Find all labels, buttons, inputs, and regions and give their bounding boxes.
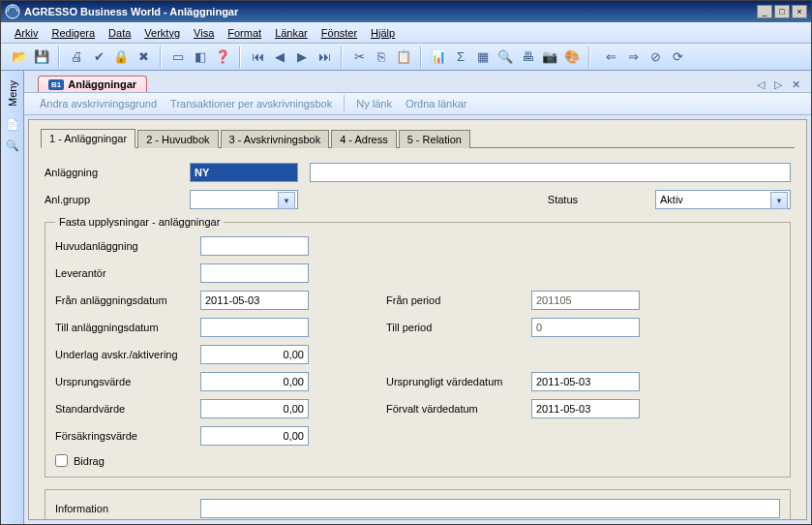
leverantor-input[interactable] xyxy=(200,263,309,283)
fran-anlaggningsdatum-input[interactable] xyxy=(200,291,309,310)
back-icon[interactable]: ⇐ xyxy=(600,46,621,68)
grid-icon[interactable]: ▦ xyxy=(472,46,494,68)
till-period-input xyxy=(531,318,640,337)
last-icon[interactable]: ⏭ xyxy=(314,46,335,68)
lock-icon[interactable]: 🔒 xyxy=(110,46,132,68)
save-icon[interactable]: 💾 xyxy=(31,46,52,68)
bidrag-label: Bidrag xyxy=(74,455,105,467)
leverantor-label: Leverantör xyxy=(55,267,200,279)
menu-redigera[interactable]: Redigera xyxy=(45,25,101,41)
information-input[interactable] xyxy=(200,499,780,518)
tree-icon[interactable]: ◧ xyxy=(190,46,211,68)
link-transaktioner-per-avskrivningsbok[interactable]: Transaktioner per avskrivningsbok xyxy=(165,96,338,111)
status-select[interactable]: Aktiv xyxy=(655,190,791,209)
bidrag-checkbox[interactable] xyxy=(55,454,68,467)
huvudanlaggning-input[interactable] xyxy=(200,236,309,256)
form-tab-2[interactable]: 2 - Huvudbok xyxy=(137,130,218,148)
information-fieldset: Information xyxy=(45,489,791,520)
ursprungligt-vardedatum-label: Ursprungligt värdedatum xyxy=(386,376,531,387)
ursprungsvarde-label: Ursprungsvärde xyxy=(55,376,200,387)
paste-icon[interactable]: 📋 xyxy=(393,46,414,68)
ursprungligt-vardedatum-input[interactable] xyxy=(531,372,640,391)
menu-lankar[interactable]: Länkar xyxy=(269,25,314,41)
tab-close-icon[interactable]: ✕ xyxy=(788,77,803,92)
menu-data[interactable]: Data xyxy=(103,25,136,41)
menu-hjalp[interactable]: Hjälp xyxy=(365,25,401,41)
form-tab-4[interactable]: 4 - Adress xyxy=(331,130,397,148)
help-icon[interactable]: ❓ xyxy=(212,46,233,68)
link-ordna-lankar[interactable]: Ordna länkar xyxy=(400,96,473,111)
search-icon[interactable]: 🔍 xyxy=(4,138,21,155)
chart-icon[interactable]: 📊 xyxy=(428,46,449,68)
forsakringsvarde-input[interactable] xyxy=(200,426,309,446)
fran-period-label: Från period xyxy=(386,294,531,306)
doc-tab-label: Anläggningar xyxy=(68,78,136,90)
cut-icon[interactable]: ✂ xyxy=(348,46,370,68)
tab-next-icon[interactable]: ▷ xyxy=(770,77,786,92)
forward-icon[interactable]: ⇒ xyxy=(622,46,644,68)
underlag-input[interactable] xyxy=(200,345,309,364)
confirm-icon[interactable]: ✔ xyxy=(88,46,109,68)
forvalt-vardedatum-input[interactable] xyxy=(531,399,640,418)
standardvarde-label: Standardvärde xyxy=(55,403,200,415)
action-link-bar: Ändra avskrivningsgrund Transaktioner pe… xyxy=(24,92,811,115)
status-label: Status xyxy=(548,194,578,205)
underlag-label: Underlag avskr./aktivering xyxy=(55,349,200,360)
zoom-icon[interactable]: 🔍 xyxy=(495,46,516,68)
form-tab-3[interactable]: 3 - Avskrivningsbok xyxy=(221,130,330,148)
fran-period-input xyxy=(531,291,640,310)
link-andra-avskrivningsgrund[interactable]: Ändra avskrivningsgrund xyxy=(34,96,163,111)
form-tab-1[interactable]: 1 - Anläggningar xyxy=(41,129,135,148)
close-button[interactable]: × xyxy=(792,5,807,18)
delete-icon[interactable]: ✖ xyxy=(133,46,154,68)
huvudanlaggning-label: Huvudanläggning xyxy=(55,240,200,252)
maximize-button[interactable]: □ xyxy=(774,5,790,18)
link-ny-lank[interactable]: Ny länk xyxy=(350,96,398,111)
stop-icon[interactable]: ⊘ xyxy=(645,46,666,68)
form-tab-5[interactable]: 5 - Relation xyxy=(399,130,470,148)
fasta-upplysningar-fieldset: Fasta upplysningar - anläggningar Huvuda… xyxy=(45,216,791,478)
first-icon[interactable]: ⏮ xyxy=(247,46,268,68)
menu-verktyg[interactable]: Verktyg xyxy=(138,25,186,41)
menu-visa[interactable]: Visa xyxy=(188,25,220,41)
print2-icon[interactable]: 🖶 xyxy=(517,46,538,68)
title-bar: AGRESSO Business World - Anläggningar _ … xyxy=(1,1,811,22)
anlgrupp-select[interactable] xyxy=(190,190,298,209)
menu-fonster[interactable]: Fönster xyxy=(316,25,363,41)
fieldset-legend: Fasta upplysningar - anläggningar xyxy=(55,216,224,228)
app-icon xyxy=(5,4,20,19)
sidebar-meny-label[interactable]: Meny xyxy=(5,75,20,112)
menu-bar: Arkiv Redigera Data Verktyg Visa Format … xyxy=(1,22,811,44)
prev-icon[interactable]: ◀ xyxy=(269,46,290,68)
palette-icon[interactable]: 🎨 xyxy=(561,46,583,68)
forsakringsvarde-label: Försäkringsvärde xyxy=(55,430,200,442)
anlgrupp-label: Anl.grupp xyxy=(45,194,190,205)
next-icon[interactable]: ▶ xyxy=(291,46,313,68)
anlaggning-input[interactable] xyxy=(190,163,298,182)
ursprungsvarde-input[interactable] xyxy=(200,372,309,391)
print-icon[interactable]: 🖨 xyxy=(66,46,87,68)
refresh-icon[interactable]: ⟳ xyxy=(667,46,688,68)
copy-icon[interactable]: ⎘ xyxy=(371,46,392,68)
anlaggning-label: Anläggning xyxy=(45,167,190,178)
open-icon[interactable]: 📂 xyxy=(9,46,30,68)
menu-arkiv[interactable]: Arkiv xyxy=(9,25,44,41)
minimize-button[interactable]: _ xyxy=(757,5,772,18)
sum-icon[interactable]: Σ xyxy=(450,46,471,68)
doc-tab-anlaggningar[interactable]: B1 Anläggningar xyxy=(38,76,147,92)
form-panel: 1 - Anläggningar 2 - Huvudbok 3 - Avskri… xyxy=(28,119,807,520)
doc-tab-badge: B1 xyxy=(48,79,64,90)
menu-format[interactable]: Format xyxy=(222,25,267,41)
anlaggning-desc-input[interactable] xyxy=(310,163,791,182)
camera-icon[interactable]: 📷 xyxy=(539,46,560,68)
forvalt-vardedatum-label: Förvalt värdedatum xyxy=(386,403,531,415)
till-anlaggningsdatum-input[interactable] xyxy=(200,318,309,337)
tab-prev-icon[interactable]: ◁ xyxy=(753,77,768,92)
left-sidebar: Meny 📄 🔍 xyxy=(1,71,24,524)
till-anlaggningsdatum-label: Till anläggningsdatum xyxy=(55,322,200,333)
fran-anlaggningsdatum-label: Från anläggningsdatum xyxy=(55,294,200,306)
standardvarde-input[interactable] xyxy=(200,399,309,418)
information-label: Information xyxy=(55,503,200,514)
new-row-icon[interactable]: ▭ xyxy=(167,46,189,68)
doc-icon[interactable]: 📄 xyxy=(4,116,21,134)
